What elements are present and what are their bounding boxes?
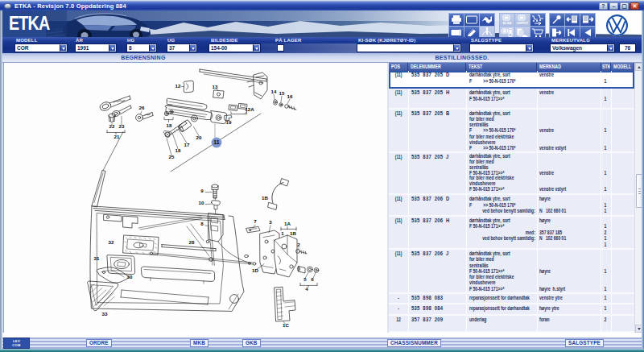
table-row-10[interactable]: 12357 837 209underlagforan2 <box>389 316 634 333</box>
column-header-pos[interactable]: POS <box>389 63 408 71</box>
part-callout-7[interactable]: 7 <box>254 218 257 224</box>
filter-dropdown-modell[interactable]: COR <box>14 43 68 52</box>
part-callout-1B[interactable]: 1B <box>262 195 268 201</box>
table-row-5[interactable]: (11)535 837 206 Ddørhåndtak ytre, sortF … <box>389 195 634 217</box>
part-callout-22[interactable]: 22 <box>109 123 115 129</box>
part-callout-18[interactable]: 18 <box>175 147 181 153</box>
gkb-button[interactable]: GKB <box>242 339 261 347</box>
part-callout-6[interactable]: 6 <box>311 276 314 282</box>
part-callout-20[interactable]: 20 <box>196 135 202 140</box>
toolbar-pencil-button[interactable] <box>464 27 479 37</box>
part-callout-8[interactable]: 8 <box>200 221 204 226</box>
part-callout-3[interactable]: 3 <box>269 219 272 225</box>
table-row-2[interactable]: (11)535 837 205 Hdørhåndtak ytre, sortF … <box>389 89 634 110</box>
dropdown-arrow-icon[interactable] <box>253 44 260 52</box>
column-header-stk[interactable]: STK <box>601 63 611 71</box>
lexcom-button[interactable]: LEXCOM <box>3 338 30 349</box>
part-callout-23[interactable]: 23 <box>119 123 125 129</box>
part-callout-2[interactable]: 2 <box>297 242 300 247</box>
toolbar-carts-transfer-button[interactable] <box>530 14 545 26</box>
filter-dropdown-hg[interactable]: 8 <box>126 43 157 52</box>
part-callout-19[interactable]: 19 <box>226 119 232 125</box>
column-header-delenummer[interactable]: DELENUMMER <box>408 63 466 71</box>
part-callout-1B[interactable]: 1B <box>290 230 296 236</box>
toolbar-shopping-cart-button[interactable] <box>530 27 545 37</box>
cell-partnumber: 535 837 205 H <box>411 89 466 96</box>
part-callout-18[interactable]: 18 <box>167 122 172 128</box>
toolbar-go-first-button[interactable] <box>565 27 580 37</box>
filter-dropdown-kisok[interactable] <box>357 43 461 52</box>
dropdown-arrow-icon[interactable] <box>526 44 533 52</box>
part-callout-30[interactable]: 30 <box>127 274 133 280</box>
toolbar-uhfpot-terminal-button[interactable]: UHFPOT <box>515 14 530 26</box>
toolbar-page-forward-button[interactable] <box>580 14 595 26</box>
part-callout-12[interactable]: 12 <box>175 83 181 89</box>
table-row-1[interactable]: (11)535 837 205 Ddørhåndtak ytre, sortF … <box>389 71 634 89</box>
table-row-3[interactable]: (11)535 837 205 Bdørhåndtak ytre, sortfo… <box>389 110 634 153</box>
toolbar-go-back-button[interactable] <box>580 27 595 37</box>
dropdown-arrow-icon[interactable] <box>60 44 67 52</box>
part-callout-1C[interactable]: 1C <box>283 322 289 328</box>
maximize-button[interactable]: ▢ <box>620 2 629 10</box>
part-callout-21[interactable]: 21 <box>114 134 120 139</box>
dropdown-arrow-icon[interactable] <box>453 44 460 52</box>
toolbar-car-hoist-button[interactable] <box>480 27 494 37</box>
part-callout-12A[interactable]: 12A <box>245 106 254 112</box>
part-callout-16[interactable]: 16 <box>287 93 293 99</box>
filter-dropdown-merke[interactable]: Volkswagen <box>550 43 615 52</box>
part-callout-5[interactable]: 5 <box>303 276 307 282</box>
mkb-button[interactable]: MKB <box>190 339 208 347</box>
toolbar-documents-car-button[interactable] <box>515 27 530 37</box>
toolbar-exit-door-button[interactable] <box>550 27 564 37</box>
filter-checkbox-palager[interactable] <box>277 44 284 52</box>
minimize-button[interactable]: – <box>609 2 618 10</box>
part-callout-10[interactable]: 10 <box>199 200 204 205</box>
toolbar-page-back-button[interactable] <box>565 14 580 26</box>
filter-dropdown-salgstype[interactable] <box>469 43 534 52</box>
dropdown-arrow-icon[interactable] <box>109 44 116 52</box>
filter-dropdown-bildeside[interactable]: 154-00 <box>208 43 261 52</box>
toolbar-document-roll-button[interactable] <box>449 27 464 37</box>
part-callout-17[interactable]: 17 <box>184 142 190 147</box>
toolbar-screen-frame-button[interactable] <box>464 14 479 26</box>
part-callout-1A[interactable]: 1A <box>284 221 291 226</box>
part-callout-13[interactable]: 13 <box>213 84 218 89</box>
filter-dropdown-ar[interactable]: 1991 <box>75 43 117 52</box>
part-callout-25[interactable]: 25 <box>169 154 175 159</box>
part-callout-1D[interactable]: 1D <box>252 267 258 273</box>
help-button[interactable]: ? <box>599 2 608 10</box>
toolbar-pin-button[interactable] <box>550 14 564 26</box>
toolbar-printer-button[interactable] <box>449 14 464 26</box>
filter-dropdown-ug[interactable]: 37 <box>167 43 197 52</box>
table-row-8[interactable]: -535 898 083reparasjonssett for dørhandt… <box>389 294 634 304</box>
part-callout-28[interactable]: 28 <box>189 239 195 245</box>
table-row-7[interactable]: (11)535 837 206 Jdørhåndtak ytre, sortfo… <box>389 250 634 294</box>
column-header-modell[interactable]: MODELL <box>611 63 634 71</box>
toolbar-elsa-terminal-button[interactable]: ELSA <box>500 14 514 26</box>
dropdown-arrow-icon[interactable] <box>607 44 614 52</box>
salgstype-button[interactable]: SALGSTYPE <box>565 339 604 347</box>
part-callout-26[interactable]: 26 <box>139 105 145 110</box>
part-callout-14[interactable]: 14 <box>271 89 277 94</box>
part-callout-15[interactable]: 15 <box>279 90 285 96</box>
toolbar-binoculars-button[interactable] <box>480 14 494 26</box>
column-header-tekst[interactable]: TEKST <box>466 63 537 71</box>
part-callout-33[interactable]: 33 <box>102 311 108 317</box>
diagram-panel[interactable]: 11 121314151612A192622232118201718259108… <box>3 63 387 333</box>
part-callout-32[interactable]: 32 <box>109 239 114 245</box>
part-callout-4[interactable]: 4 <box>305 286 308 292</box>
ordre-button[interactable]: ORDRE <box>86 339 112 347</box>
part-callout-9[interactable]: 9 <box>200 188 204 193</box>
chassisnummer-button[interactable]: CHASSISNUMMER <box>387 339 441 347</box>
table-row-9[interactable]: -535 898 084reparasjonssett for dørhandt… <box>389 304 634 316</box>
part-callout-1[interactable]: 1 <box>281 230 284 236</box>
part-callout-31[interactable]: 31 <box>94 255 100 261</box>
table-scrollbar[interactable] <box>634 63 642 333</box>
dropdown-arrow-icon[interactable] <box>189 44 196 52</box>
table-row-6[interactable]: (11)535 837 206 Hdørhåndtak ytre, sortF … <box>389 217 634 250</box>
toolbar-terminal-phone-button[interactable] <box>500 27 514 37</box>
close-button[interactable]: ✕ <box>630 2 639 10</box>
table-row-4[interactable]: (11)535 837 205 Jdørhåndtak ytre, sortfo… <box>389 153 634 195</box>
column-header-merknad[interactable]: MERKNAD <box>537 63 601 71</box>
dropdown-arrow-icon[interactable] <box>149 44 156 52</box>
